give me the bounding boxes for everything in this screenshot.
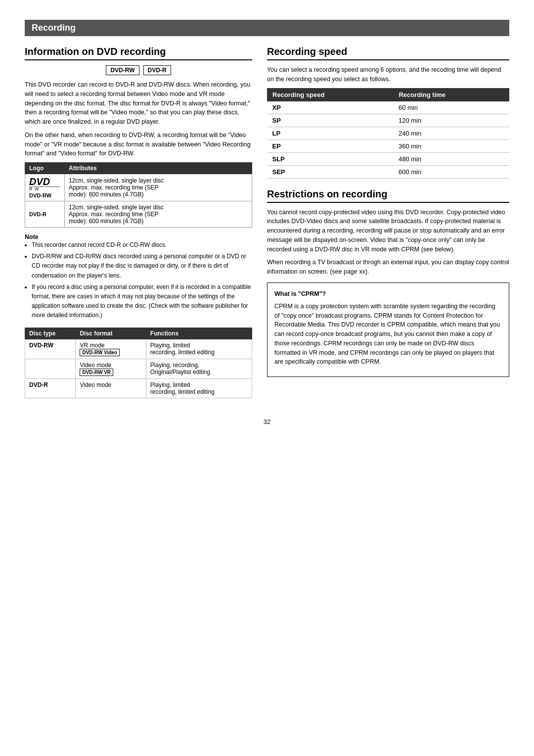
note-section: Note This recorder cannot record CD-R or… <box>25 234 252 321</box>
table-row: SLP 480 min <box>267 152 509 165</box>
dvd-logo: DVD R W <box>29 177 60 191</box>
dvdrw-video-badge: DVD-RW Video <box>80 349 120 356</box>
disc-type-header: Disc type <box>25 328 76 339</box>
list-item: If you record a disc using a personal co… <box>32 283 252 321</box>
page-number: 32 <box>25 418 509 425</box>
dvdr-label: DVD-R <box>29 211 60 217</box>
dvd-logo-text: DVD <box>29 177 50 187</box>
right-column: Recording speed You can select a recordi… <box>267 46 509 403</box>
badge-dvdr: DVD-R <box>143 65 171 75</box>
table-row: SEP 600 min <box>267 165 509 178</box>
intro-paragraph-1: This DVD recorder can record to DVD-R an… <box>25 80 252 127</box>
speed-table: Recording speed Recording time XP 60 min… <box>267 88 509 179</box>
note-title: Note <box>25 234 252 240</box>
intro-paragraph-2: On the other hand, when recording to DVD… <box>25 131 252 158</box>
disc-format-dvdr: Video mode <box>76 378 146 398</box>
speed-intro: You can select a recording speed among 6… <box>267 65 509 84</box>
disc-type-empty <box>25 359 76 378</box>
disc-type-dvdrw: DVD-RW <box>25 339 76 359</box>
dvdrw-vr-badge: DVD-RW VR <box>80 369 113 376</box>
functions-header: Functions <box>146 328 252 339</box>
table-row: SP 120 min <box>267 114 509 127</box>
functions-dvdr: Playing, limitedrecording, limited editi… <box>146 378 252 398</box>
badge-dvdrw: DVD-RW <box>106 65 139 75</box>
left-column: Information on DVD recording DVD-RW DVD-… <box>25 46 252 403</box>
page-header: Recording <box>25 20 509 36</box>
speed-sp: SP <box>267 114 394 127</box>
speed-slp: SLP <box>267 152 394 165</box>
table-row: EP 360 min <box>267 140 509 152</box>
functions-video: Playing, recording,Original/Playlist edi… <box>146 359 252 378</box>
section-title-restrictions: Restrictions on recording <box>267 189 509 203</box>
speed-xp: XP <box>267 101 394 114</box>
time-sep: 600 min <box>394 165 509 178</box>
section-title-info: Information on DVD recording <box>25 46 252 60</box>
logo-dvdr-cell: DVD-R <box>25 201 65 228</box>
disc-type-dvdr: DVD-R <box>25 378 76 398</box>
logo-dvdrw-cell: DVD R W DVD-RW <box>25 174 65 201</box>
restrictions-text1: You cannot record copy-protected video u… <box>267 208 509 254</box>
main-columns: Information on DVD recording DVD-RW DVD-… <box>25 46 509 403</box>
attributes-col-header: Attributes <box>65 163 252 174</box>
disc-badges: DVD-RW DVD-R <box>25 65 252 75</box>
speed-sep: SEP <box>267 165 394 178</box>
time-sp: 120 min <box>394 114 509 127</box>
speed-col-header: Recording speed <box>267 88 394 101</box>
logo-table: Logo Attributes DVD R W DVD-RW 12cm, sin… <box>25 162 252 228</box>
dvdrw-label: DVD-RW <box>29 192 60 198</box>
table-row: XP 60 min <box>267 101 509 114</box>
table-row: DVD R W DVD-RW 12cm, single-sided, singl… <box>25 174 252 201</box>
logo-col-header: Logo <box>25 163 65 174</box>
table-row: Video mode DVD-RW VR Playing, recording,… <box>25 359 252 378</box>
list-item: DVD-R/RW and CD-R/RW discs recorded usin… <box>32 252 252 281</box>
disc-format-video: Video mode DVD-RW VR <box>76 359 146 378</box>
time-slp: 480 min <box>394 152 509 165</box>
time-col-header: Recording time <box>394 88 509 101</box>
section-title-speed: Recording speed <box>267 46 509 60</box>
time-xp: 60 min <box>394 101 509 114</box>
disc-format-vr: VR mode DVD-RW Video <box>76 339 146 359</box>
header-title: Recording <box>32 23 76 33</box>
functions-vr: Playing, limitedrecording, limited editi… <box>146 339 252 359</box>
disc-type-table: Disc type Disc format Functions DVD-RW V… <box>25 328 252 398</box>
table-row: DVD-R Video mode Playing, limitedrecordi… <box>25 378 252 398</box>
speed-ep: EP <box>267 140 394 152</box>
time-ep: 360 min <box>394 140 509 152</box>
table-row: LP 240 min <box>267 127 509 140</box>
cprm-text: CPRM is a copy protection system with sc… <box>274 302 502 367</box>
dvd-logo-rw: R W <box>29 187 60 191</box>
cprm-title: What is "CPRM"? <box>274 289 502 299</box>
time-lp: 240 min <box>394 127 509 140</box>
dvdr-attributes: 12cm, single-sided, single layer disc Ap… <box>65 201 252 228</box>
disc-format-header: Disc format <box>76 328 146 339</box>
dvdrw-attributes: 12cm, single-sided, single layer disc Ap… <box>65 174 252 201</box>
table-row: DVD-RW VR mode DVD-RW Video Playing, lim… <box>25 339 252 359</box>
cprm-box: What is "CPRM"? CPRM is a copy protectio… <box>267 283 509 377</box>
restrictions-text2: When recording a TV broadcast or throgh … <box>267 258 509 277</box>
speed-lp: LP <box>267 127 394 140</box>
list-item: This recorder cannot record CD-R or CD-R… <box>32 240 252 250</box>
note-list: This recorder cannot record CD-R or CD-R… <box>25 240 252 321</box>
table-row: DVD-R 12cm, single-sided, single layer d… <box>25 201 252 228</box>
